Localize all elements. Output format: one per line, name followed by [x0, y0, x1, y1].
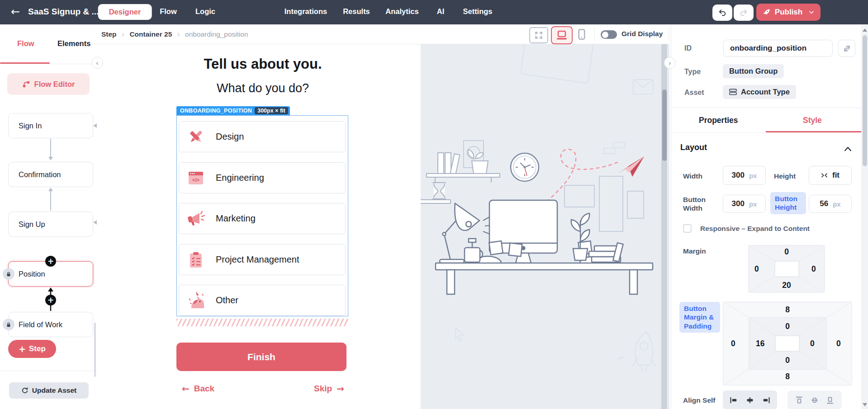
- bmp-inner-bottom-value[interactable]: 0: [723, 356, 852, 365]
- align-center-vertical-button[interactable]: [811, 396, 818, 404]
- option-engineering[interactable]: </> Engineering: [179, 162, 346, 193]
- bmp-outer-top-value[interactable]: 8: [723, 305, 852, 315]
- step-node-sign-in[interactable]: Sign In: [8, 113, 93, 138]
- bmp-inner-right-value[interactable]: 0: [810, 339, 815, 348]
- breadcrumb-element[interactable]: onboarding_position: [185, 30, 248, 38]
- breadcrumb-sep-icon: ›: [120, 28, 126, 40]
- margin-top-value[interactable]: 0: [748, 247, 825, 257]
- option-project-management[interactable]: Project Management: [179, 244, 346, 275]
- bmp-inner-left-value[interactable]: 16: [756, 339, 764, 348]
- responsive-label: Responsive – Expand to Content: [700, 225, 810, 233]
- width-input[interactable]: 300 px: [723, 166, 766, 185]
- update-asset-button[interactable]: Update Asset: [9, 382, 89, 399]
- bmp-outer-left-value[interactable]: 0: [731, 339, 735, 348]
- button-height-input[interactable]: 56 px: [809, 195, 852, 213]
- breadcrumb-step[interactable]: Step: [101, 30, 117, 38]
- preview-subheading[interactable]: What do you do?: [176, 81, 349, 95]
- fullscreen-preview-button[interactable]: [529, 27, 548, 43]
- align-right-button[interactable]: [761, 397, 770, 404]
- type-chip: Button Group: [723, 64, 784, 78]
- flow-editor-button[interactable]: Flow Editor: [7, 73, 90, 95]
- app-window: ← SaaS Signup & ... Designer Flow Logic …: [0, 0, 868, 409]
- step-node-field-of-work[interactable]: Field of Work: [8, 312, 93, 337]
- canvas-scrollbar-track[interactable]: [661, 44, 667, 409]
- selected-element-size: 300px × fit: [255, 107, 288, 114]
- finish-button[interactable]: Finish: [176, 343, 346, 371]
- bmp-inner-top-value[interactable]: 0: [723, 322, 852, 331]
- panel-scrollbar-thumb[interactable]: [863, 35, 867, 166]
- type-value: Button Group: [729, 67, 778, 75]
- tab-designer[interactable]: Designer: [98, 4, 152, 20]
- margin-right-value[interactable]: 0: [811, 264, 816, 274]
- breadcrumb-container[interactable]: Container 25: [129, 30, 172, 38]
- add-step-button[interactable]: + Step: [8, 340, 56, 358]
- undo-icon: [718, 8, 727, 17]
- plus-icon: +: [47, 296, 54, 304]
- plus-icon: +: [19, 344, 26, 354]
- publish-button[interactable]: Publish: [756, 4, 821, 21]
- back-icon[interactable]: ←: [11, 5, 20, 18]
- preview-heading[interactable]: Tell us about you.: [176, 56, 349, 72]
- tab-logic[interactable]: Logic: [195, 7, 215, 16]
- chevron-down-icon[interactable]: [808, 9, 815, 15]
- option-marketing[interactable]: Marketing: [179, 203, 346, 234]
- align-bottom-button[interactable]: [826, 396, 834, 404]
- tab-properties[interactable]: Properties: [699, 116, 738, 125]
- sidebar-scrollbar-thumb[interactable]: [94, 323, 96, 377]
- undo-button[interactable]: [712, 5, 732, 21]
- canvas-scrollbar-thumb[interactable]: [662, 89, 667, 161]
- bmp-outer-bottom-value[interactable]: 8: [723, 372, 852, 381]
- align-left-button[interactable]: [730, 397, 739, 404]
- height-input[interactable]: fit: [809, 166, 852, 185]
- tab-settings[interactable]: Settings: [463, 7, 492, 16]
- sidebar-tab-elements[interactable]: Elements: [57, 39, 90, 48]
- desktop-view-button[interactable]: [551, 26, 573, 44]
- option-design[interactable]: Design: [179, 121, 346, 152]
- step-node-label: Confirmation: [19, 170, 61, 179]
- tab-integrations[interactable]: Integrations: [285, 7, 327, 16]
- width-unit: px: [749, 172, 757, 179]
- button-margin-padding-chip[interactable]: Button Margin & Padding: [679, 302, 720, 333]
- step-node-confirmation[interactable]: Confirmation: [8, 162, 93, 187]
- redo-button[interactable]: [734, 5, 754, 21]
- add-step-between-button[interactable]: +: [45, 295, 56, 306]
- option-other[interactable]: Other: [179, 285, 346, 316]
- unlink-asset-button[interactable]: [838, 40, 855, 57]
- collapse-layout-chevron-up-icon[interactable]: [844, 146, 852, 151]
- responsive-checkbox[interactable]: [683, 224, 692, 233]
- align-center-horizontal-button[interactable]: [745, 397, 754, 404]
- mobile-view-button[interactable]: [575, 27, 588, 42]
- skip-link[interactable]: Skip →: [314, 383, 344, 394]
- tab-flow[interactable]: Flow: [160, 7, 177, 16]
- scroll-up-arrow[interactable]: [863, 28, 867, 32]
- back-link[interactable]: ← Back: [182, 383, 214, 394]
- margin-bottom-value[interactable]: 20: [748, 281, 825, 290]
- tab-analytics[interactable]: Analytics: [385, 7, 418, 16]
- grid-display-toggle[interactable]: [601, 30, 617, 39]
- back-label: Back: [194, 384, 214, 394]
- button-height-chip[interactable]: Button Height: [770, 192, 806, 214]
- collapse-sidebar-button[interactable]: ‹: [91, 57, 103, 69]
- toggle-knob: [602, 32, 608, 38]
- tab-results[interactable]: Results: [343, 7, 370, 16]
- bmp-outer-right-value[interactable]: 0: [836, 339, 841, 348]
- add-step-label: Step: [29, 344, 46, 353]
- layout-section-header[interactable]: Layout: [680, 143, 707, 152]
- sidebar-tab-flow[interactable]: Flow: [17, 39, 34, 48]
- tab-style[interactable]: Style: [803, 116, 822, 125]
- button-width-input[interactable]: 300 px: [723, 195, 766, 213]
- id-input[interactable]: onboarding_position: [723, 40, 833, 57]
- tab-ai[interactable]: AI: [437, 7, 445, 16]
- asset-chip[interactable]: Account Type: [723, 85, 796, 99]
- finish-label: Finish: [247, 352, 275, 362]
- margin-control[interactable]: 0 0 0 20: [748, 245, 825, 293]
- button-margin-padding-control[interactable]: 8 0 0 16 0 0 0 8: [723, 301, 852, 385]
- align-top-button[interactable]: [796, 396, 803, 404]
- scroll-down-arrow[interactable]: [863, 403, 867, 406]
- step-node-sign-up[interactable]: Sign Up: [8, 212, 93, 237]
- margin-left-value[interactable]: 0: [754, 264, 759, 274]
- add-step-above-button[interactable]: +: [45, 256, 56, 267]
- collapse-panel-button[interactable]: ›: [664, 57, 676, 69]
- button-group-element[interactable]: Design </> Engineering Marketing: [176, 115, 348, 316]
- panel-scrollbar-track[interactable]: [861, 24, 868, 409]
